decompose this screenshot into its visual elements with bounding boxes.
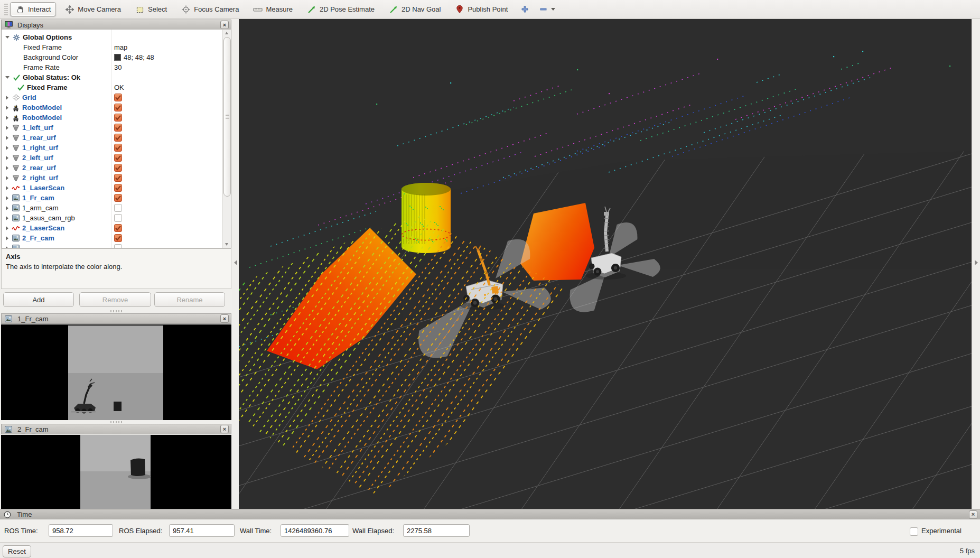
- expand-arrow-icon[interactable]: [6, 96, 8, 100]
- property-row-frame-rate[interactable]: Frame Rate30: [2, 62, 231, 72]
- laser-scan-wall-left: [267, 228, 416, 369]
- add-tool-button[interactable]: [517, 2, 533, 16]
- display-row-1-arm-cam[interactable]: 1_arm_cam: [2, 203, 231, 213]
- display-row-robotmodel[interactable]: RobotModel: [2, 103, 231, 113]
- close-icon[interactable]: ×: [969, 510, 977, 519]
- visibility-checkbox[interactable]: [114, 134, 122, 142]
- tree-scrollbar[interactable]: [222, 30, 231, 248]
- display-row-grid[interactable]: Grid: [2, 92, 231, 103]
- time-field-input-0[interactable]: [49, 524, 113, 537]
- display-row-2-rear-urf[interactable]: 2_rear_urf: [2, 163, 231, 173]
- display-row-2-left-urf[interactable]: 2_left_urf: [2, 153, 231, 163]
- expand-arrow-icon[interactable]: [6, 206, 8, 210]
- collapse-left-icon[interactable]: [234, 260, 237, 265]
- tool-select[interactable]: Select: [130, 2, 172, 16]
- visibility-checkbox[interactable]: [114, 114, 122, 122]
- cam1-panel-header[interactable]: 1_Fr_cam ×: [1, 313, 231, 324]
- reset-button[interactable]: Reset: [3, 545, 31, 557]
- right-panel-strip[interactable]: [972, 19, 980, 509]
- tool-measure[interactable]: Measure: [248, 2, 298, 16]
- visibility-checkbox[interactable]: [114, 214, 122, 222]
- tool-focus-camera[interactable]: Focus Camera: [176, 2, 244, 16]
- display-row-1-left-urf[interactable]: 1_left_urf: [2, 123, 231, 133]
- remove-tool-button[interactable]: [536, 2, 550, 16]
- close-icon[interactable]: ×: [220, 314, 229, 323]
- expand-arrow-icon[interactable]: [6, 136, 8, 140]
- property-row-fixed-frame[interactable]: Fixed FrameOK: [2, 82, 231, 92]
- visibility-checkbox[interactable]: [114, 104, 122, 111]
- displays-panel-header[interactable]: Displays ×: [1, 20, 231, 30]
- display-row-1-right-urf[interactable]: 1_right_urf: [2, 143, 231, 153]
- toolbar-grip[interactable]: [4, 4, 8, 15]
- close-icon[interactable]: ×: [220, 21, 229, 29]
- display-row-2-laserscan[interactable]: 2_LaserScan: [2, 223, 231, 233]
- panel-splitter-grip[interactable]: [110, 421, 122, 423]
- expand-arrow-icon[interactable]: [6, 106, 8, 110]
- tool-interact[interactable]: Interact: [10, 2, 56, 16]
- display-row-1-laserscan[interactable]: 1_LaserScan: [2, 183, 231, 193]
- expand-arrow-icon[interactable]: [6, 116, 8, 120]
- visibility-checkbox[interactable]: [114, 154, 122, 162]
- time-field-input-3[interactable]: [403, 524, 470, 537]
- expand-arrow-icon[interactable]: [6, 196, 8, 200]
- tool-2d-pose-estimate[interactable]: 2D Pose Estimate: [302, 2, 380, 16]
- scroll-down-icon[interactable]: [225, 243, 228, 246]
- scrollbar-thumb[interactable]: [223, 37, 231, 197]
- visibility-checkbox[interactable]: [114, 204, 122, 212]
- display-row-robotmodel[interactable]: RobotModel: [2, 113, 231, 123]
- hand-icon: [15, 5, 25, 14]
- expand-arrow-icon[interactable]: [6, 226, 8, 230]
- collapse-right-icon[interactable]: [975, 260, 978, 265]
- expand-arrow-icon[interactable]: [6, 166, 8, 170]
- expand-arrow-icon[interactable]: [6, 176, 8, 180]
- time-field-input-2[interactable]: [281, 524, 349, 537]
- visibility-checkbox[interactable]: [114, 194, 122, 202]
- tool-options-caret-icon[interactable]: [551, 8, 555, 11]
- collapse-arrow-icon[interactable]: [5, 36, 10, 39]
- experimental-checkbox[interactable]: [910, 527, 918, 536]
- display-row-2-fr-cam[interactable]: 2_Fr_cam: [2, 233, 231, 243]
- visibility-checkbox[interactable]: [114, 164, 122, 172]
- expand-arrow-icon[interactable]: [6, 186, 8, 190]
- 3d-viewport[interactable]: [239, 19, 972, 509]
- expand-arrow-icon[interactable]: [6, 146, 8, 150]
- add-button[interactable]: Add: [3, 292, 74, 307]
- expand-arrow-icon[interactable]: [6, 156, 8, 160]
- expand-arrow-icon[interactable]: [6, 236, 8, 240]
- scroll-up-icon[interactable]: [225, 32, 228, 34]
- collapse-arrow-icon[interactable]: [5, 76, 10, 79]
- remove-button[interactable]: Remove: [79, 292, 151, 307]
- panel-splitter-grip[interactable]: [110, 310, 122, 312]
- tool-publish-point[interactable]: Publish Point: [450, 2, 513, 16]
- time-field-input-1[interactable]: [169, 524, 235, 537]
- close-icon[interactable]: ×: [220, 425, 229, 433]
- visibility-checkbox[interactable]: [114, 124, 122, 132]
- expand-arrow-icon[interactable]: [6, 126, 8, 130]
- time-panel-header[interactable]: Time ×: [0, 509, 980, 519]
- visibility-checkbox[interactable]: [114, 94, 122, 101]
- cam2-panel-header[interactable]: 2_Fr_cam ×: [1, 424, 231, 434]
- image-icon: [11, 245, 21, 248]
- display-row-item[interactable]: [2, 243, 231, 248]
- property-row-background-color[interactable]: Background Color48; 48; 48: [2, 52, 231, 62]
- measure-icon: [253, 5, 263, 14]
- display-row-1-rear-urf[interactable]: 1_rear_urf: [2, 133, 231, 143]
- visibility-checkbox[interactable]: [114, 244, 122, 248]
- display-row-2-right-urf[interactable]: 2_right_urf: [2, 173, 231, 183]
- expand-arrow-icon[interactable]: [6, 216, 8, 220]
- property-row-fixed-frame[interactable]: Fixed Framemap: [2, 42, 231, 52]
- tool-2d-nav-goal[interactable]: 2D Nav Goal: [384, 2, 446, 16]
- visibility-checkbox[interactable]: [114, 174, 122, 182]
- property-row-global-options[interactable]: Global Options: [2, 32, 231, 42]
- display-row-1-fr-cam[interactable]: 1_Fr_cam: [2, 193, 231, 203]
- rename-button[interactable]: Rename: [154, 292, 225, 307]
- visibility-checkbox[interactable]: [114, 144, 122, 152]
- property-row-global-status-ok[interactable]: Global Status: Ok: [2, 72, 231, 82]
- viewport-splitter[interactable]: [232, 19, 239, 509]
- visibility-checkbox[interactable]: [114, 234, 122, 242]
- display-row-1-asus-cam-rgb[interactable]: 1_asus_cam_rgb: [2, 213, 231, 223]
- tool-move-camera[interactable]: Move Camera: [60, 2, 126, 16]
- time-field-label: Wall Elapsed:: [352, 527, 394, 535]
- visibility-checkbox[interactable]: [114, 224, 122, 232]
- visibility-checkbox[interactable]: [114, 184, 122, 192]
